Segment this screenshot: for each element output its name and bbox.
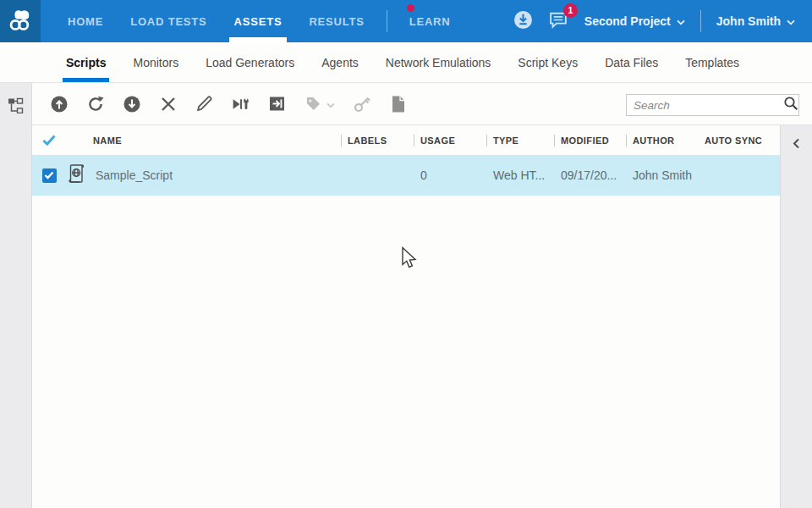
search-icon[interactable] <box>783 96 798 114</box>
delete-icon[interactable] <box>158 94 178 113</box>
cell-modified: 09/17/20... <box>554 168 626 182</box>
side-panel-collapsed <box>780 125 812 508</box>
nav-divider <box>700 10 701 32</box>
web-script-icon <box>66 163 87 188</box>
tab-network-emulations[interactable]: Network Emulations <box>386 42 491 82</box>
project-selector-label: Second Project <box>584 14 671 28</box>
top-navigation-bar: HOME LOAD TESTS ASSETS RESULTS LEARN <box>0 0 812 42</box>
tab-monitors[interactable]: Monitors <box>133 42 178 82</box>
user-menu-label: John Smith <box>716 14 781 28</box>
cell-usage: 0 <box>414 168 486 182</box>
cell-type: Web HT... <box>486 168 554 182</box>
search-input[interactable] <box>634 99 783 112</box>
col-header-modified[interactable]: MODIFIED <box>554 135 626 146</box>
chevron-down-icon <box>677 14 685 28</box>
assets-tab-bar: Scripts Monitors Load Generators Agents … <box>0 42 812 83</box>
download-script-icon[interactable] <box>122 94 141 113</box>
table-row-sample-script[interactable]: Sample_Script 0 Web HT... 09/17/20... Jo… <box>32 155 780 196</box>
labels-button-group[interactable] <box>304 94 335 113</box>
report-file-icon[interactable] <box>388 94 408 113</box>
nav-item-learn[interactable]: LEARN <box>404 0 456 42</box>
search-box <box>626 94 799 116</box>
col-header-type[interactable]: TYPE <box>486 135 554 146</box>
learn-notification-dot <box>407 4 414 12</box>
col-header-labels[interactable]: LABELS <box>341 135 414 146</box>
mouse-cursor <box>401 246 420 275</box>
user-menu[interactable]: John Smith <box>716 14 795 28</box>
tree-panel-collapsed <box>0 83 32 508</box>
app-logo[interactable] <box>0 0 41 42</box>
nav-right-group: 1 Second Project John Smith <box>513 10 812 33</box>
col-header-usage[interactable]: USAGE <box>414 135 486 146</box>
script-name: Sample_Script <box>96 168 173 182</box>
nav-item-results[interactable]: RESULTS <box>304 0 369 42</box>
col-header-author[interactable]: AUTHOR <box>626 135 698 146</box>
nav-divider <box>387 10 387 32</box>
download-circle-icon <box>513 10 533 33</box>
nav-item-load-tests[interactable]: LOAD TESTS <box>125 0 211 42</box>
tab-agents[interactable]: Agents <box>321 42 359 82</box>
row-checkbox-cell <box>32 168 66 183</box>
tree-view-icon[interactable] <box>6 96 25 115</box>
labels-chevron-down-icon <box>326 97 335 112</box>
tab-load-generators[interactable]: Load Generators <box>206 42 294 82</box>
runtime-settings-icon[interactable] <box>231 94 250 113</box>
cell-author: John Smith <box>626 168 698 182</box>
upload-script-icon[interactable] <box>49 94 69 113</box>
row-checkbox[interactable] <box>42 168 57 183</box>
key-icon[interactable] <box>352 94 371 113</box>
download-button[interactable] <box>513 10 533 33</box>
col-header-name[interactable]: NAME <box>66 135 341 146</box>
scripts-table-header: NAME LABELS USAGE TYPE MODIFIED AUTHOR A… <box>32 125 780 155</box>
tab-script-keys[interactable]: Script Keys <box>518 42 578 82</box>
notifications-button[interactable]: 1 <box>548 10 569 33</box>
edit-icon[interactable] <box>195 94 214 113</box>
scripts-toolbar <box>32 83 812 125</box>
row-name-cell: Sample_Script <box>66 163 341 188</box>
col-header-auto-sync[interactable]: AUTO SYNC <box>698 135 780 146</box>
tab-scripts[interactable]: Scripts <box>66 42 106 82</box>
primary-nav: HOME LOAD TESTS ASSETS RESULTS LEARN <box>63 0 455 42</box>
nav-item-assets[interactable]: ASSETS <box>229 0 288 42</box>
project-selector[interactable]: Second Project <box>584 14 685 28</box>
chevron-down-icon <box>787 14 795 28</box>
labels-tag-icon[interactable] <box>304 94 323 113</box>
cloud-infinity-logo-icon <box>6 5 35 37</box>
nav-item-learn-label: LEARN <box>409 15 451 28</box>
tab-data-files[interactable]: Data Files <box>605 42 658 82</box>
select-all-checkmark[interactable] <box>32 135 66 146</box>
nav-item-home[interactable]: HOME <box>63 0 108 42</box>
notification-badge: 1 <box>563 3 578 18</box>
open-in-editor-icon[interactable] <box>267 94 287 113</box>
refresh-icon[interactable] <box>85 94 105 113</box>
chevron-left-icon[interactable] <box>793 137 800 508</box>
tab-templates[interactable]: Templates <box>685 42 739 82</box>
